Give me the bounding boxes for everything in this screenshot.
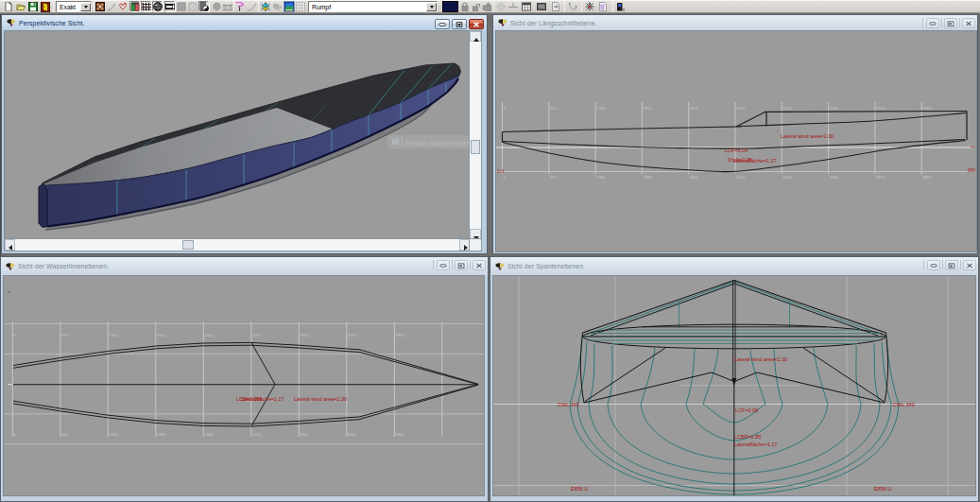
svg-text:5800: 5800 bbox=[395, 333, 404, 338]
svg-text:2600: 2600 bbox=[690, 106, 699, 111]
svg-text:650: 650 bbox=[61, 333, 69, 338]
svg-text:650: 650 bbox=[550, 175, 558, 180]
svg-text:4550: 4550 bbox=[830, 175, 839, 180]
svg-text:3250: 3250 bbox=[252, 333, 262, 338]
svg-text:650: 650 bbox=[550, 106, 558, 111]
svg-text:Lateralfläche=1.17: Lateralfläche=1.17 bbox=[733, 158, 776, 164]
svg-text:1950: 1950 bbox=[643, 106, 652, 111]
svg-text:LCF=3.09: LCF=3.09 bbox=[735, 407, 758, 413]
svg-text:3250: 3250 bbox=[252, 432, 262, 437]
svg-text:650: 650 bbox=[968, 167, 976, 173]
svg-text:2600: 2600 bbox=[204, 432, 214, 437]
svg-text:1950: 1950 bbox=[157, 333, 166, 338]
svg-text:E856 U: E856 U bbox=[571, 486, 588, 492]
svg-text:Lateral wind area=2.30: Lateral wind area=2.30 bbox=[781, 133, 834, 139]
svg-text:Fenster ausschneiden: Fenster ausschneiden bbox=[405, 140, 470, 147]
svg-text:3900: 3900 bbox=[300, 333, 309, 338]
svg-text:CWL 349: CWL 349 bbox=[558, 402, 579, 407]
svg-text:1950: 1950 bbox=[157, 432, 166, 437]
svg-text:3900: 3900 bbox=[782, 175, 792, 180]
svg-text:Lateral wind area=2.30: Lateral wind area=2.30 bbox=[294, 396, 347, 402]
svg-text:Lateralfläche=1.17: Lateralfläche=1.17 bbox=[241, 396, 284, 402]
svg-text:2600: 2600 bbox=[204, 333, 214, 338]
svg-text:': ' bbox=[777, 130, 778, 135]
svg-text:3900: 3900 bbox=[782, 106, 792, 111]
svg-text:5850: 5850 bbox=[922, 175, 932, 180]
svg-text:Lateral wind area=2.30: Lateral wind area=2.30 bbox=[734, 356, 787, 362]
svg-text:3250: 3250 bbox=[736, 106, 746, 111]
svg-text:4550: 4550 bbox=[348, 333, 357, 338]
svg-text:4550: 4550 bbox=[830, 106, 839, 111]
svg-text:0.0: 0.0 bbox=[497, 168, 504, 174]
svg-text:LCF=3.04: LCF=3.04 bbox=[725, 147, 748, 153]
svg-text:1300: 1300 bbox=[596, 175, 606, 180]
svg-text:3250: 3250 bbox=[736, 175, 746, 180]
svg-text:4550: 4550 bbox=[348, 432, 357, 437]
svg-text:1300: 1300 bbox=[109, 333, 118, 338]
svg-text:E856 U: E856 U bbox=[874, 486, 891, 492]
svg-text:Lateralfläche=1.17: Lateralfläche=1.17 bbox=[734, 441, 777, 447]
svg-text:CWL 349: CWL 349 bbox=[893, 402, 915, 407]
svg-text:5800: 5800 bbox=[395, 432, 404, 437]
svg-text:LCBP=0.85: LCBP=0.85 bbox=[734, 434, 761, 440]
svg-text:5850: 5850 bbox=[922, 106, 932, 111]
svg-text:650: 650 bbox=[61, 432, 69, 437]
svg-text:1300: 1300 bbox=[596, 106, 606, 111]
svg-text:2600: 2600 bbox=[690, 175, 699, 180]
svg-text:5200: 5200 bbox=[876, 175, 885, 180]
svg-text:5200: 5200 bbox=[876, 106, 885, 111]
svg-text:3900: 3900 bbox=[300, 432, 309, 437]
svg-text:1300: 1300 bbox=[109, 432, 118, 437]
svg-text:1950: 1950 bbox=[643, 175, 652, 180]
